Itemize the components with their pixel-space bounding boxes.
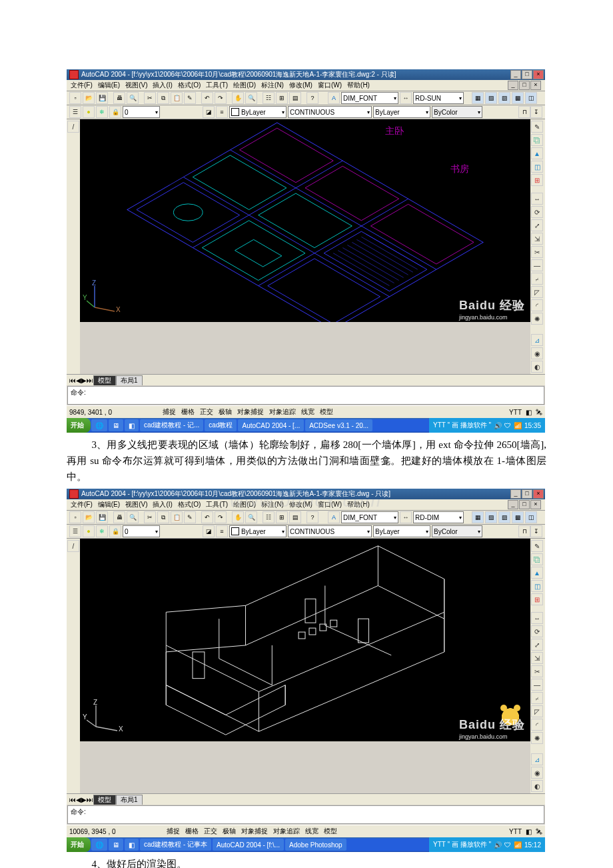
new-icon[interactable]: ▫ [69, 511, 81, 523]
tb-icon-a[interactable]: ▦ [472, 511, 484, 523]
stretch-icon[interactable]: ⇲ [531, 233, 543, 245]
ltype-icon[interactable]: ≡ [216, 106, 228, 118]
status-snap[interactable]: 捕捉 [167, 827, 180, 836]
menu-window[interactable]: 窗口(W) [318, 500, 342, 509]
designcenter-icon[interactable]: ⊞ [276, 92, 288, 104]
layer-manager-icon[interactable]: ☰ [69, 525, 81, 537]
layer-freeze-icon[interactable]: ❄ [96, 525, 108, 537]
trim-icon[interactable]: ✂ [531, 246, 543, 258]
match-icon[interactable]: ✎ [184, 511, 196, 523]
cut-icon[interactable]: ✂ [144, 511, 156, 523]
close-button[interactable]: × [533, 489, 544, 499]
chamfer-icon[interactable]: ◸ [531, 705, 543, 717]
mdi-close-button[interactable]: × [530, 500, 541, 509]
plotstyle-dropdown[interactable]: ByColor [432, 106, 482, 118]
tab-nav-last-icon[interactable]: ⏭ [87, 377, 93, 384]
menu-file[interactable]: 文件(F) [71, 500, 93, 509]
menu-modify[interactable]: 修改(M) [289, 500, 312, 509]
dim-style-icon[interactable]: ↔ [400, 92, 412, 104]
menu-file[interactable]: 文件(F) [71, 81, 93, 90]
text-style-icon[interactable]: A [328, 511, 340, 523]
preview-icon[interactable]: 🔍 [127, 92, 139, 104]
right-toolbar-icon-2[interactable]: ↧ [530, 106, 542, 118]
tray-icon-1[interactable]: 🔊 [494, 422, 502, 429]
taskbar-item-1[interactable]: cad建模教程 - 记事本 [140, 839, 211, 851]
pan-icon[interactable]: ✋ [232, 511, 244, 523]
zoom-icon[interactable]: 🔍 [245, 92, 257, 104]
start-button[interactable]: 开始 [67, 418, 91, 433]
quick-launch-icon[interactable]: ◧ [125, 839, 139, 851]
print-icon[interactable]: 🖶 [113, 511, 125, 523]
explode-icon[interactable]: ✺ [531, 313, 543, 325]
redo-icon[interactable]: ↷ [215, 511, 227, 523]
tb-icon-b[interactable]: ▧ [485, 92, 497, 104]
explode-icon[interactable]: ✺ [531, 732, 543, 744]
tb-icon-d[interactable]: ▩ [512, 511, 524, 523]
status-ortho[interactable]: 正交 [204, 827, 217, 836]
move-icon[interactable]: ↔ [531, 612, 543, 624]
text-style-dropdown[interactable]: DIM_FONT [341, 511, 398, 523]
status-model[interactable]: 模型 [324, 827, 337, 836]
menu-format[interactable]: 格式(O) [178, 500, 201, 509]
rotate-icon[interactable]: ⟳ [531, 206, 543, 218]
status-lwt[interactable]: 线宽 [301, 407, 314, 417]
tray-icon-2[interactable]: 🛡 [504, 422, 511, 429]
new-icon[interactable]: ▫ [69, 92, 81, 104]
status-polar[interactable]: 极轴 [223, 827, 236, 836]
menu-window[interactable]: 窗口(W) [318, 81, 342, 90]
status-tray-icon[interactable]: ◧ [526, 409, 532, 416]
3dorbit-icon[interactable]: ◐ [531, 361, 543, 373]
menu-view[interactable]: 视图(V) [125, 81, 147, 90]
tray-icon-3[interactable]: 📶 [514, 841, 522, 849]
color-dropdown[interactable]: ByLayer [229, 525, 287, 537]
layer-off-icon[interactable]: ● [83, 525, 95, 537]
redo-icon[interactable]: ↷ [215, 92, 227, 104]
close-button[interactable]: × [533, 70, 544, 79]
erase-icon[interactable]: ✎ [531, 121, 543, 133]
menu-edit[interactable]: 编辑(E) [98, 500, 120, 509]
plotstyle-dropdown[interactable]: ByColor [432, 525, 482, 537]
text-style-dropdown[interactable]: DIM_FONT [341, 92, 398, 104]
menu-help[interactable]: 帮助(H) [347, 500, 370, 509]
quick-launch-ie-icon[interactable]: 🌐 [91, 839, 107, 851]
tb-icon-a[interactable]: ▦ [472, 92, 484, 104]
match-icon[interactable]: ✎ [184, 92, 196, 104]
taskbar-item-3[interactable]: Adobe Photoshop [285, 839, 346, 851]
status-comm-icon[interactable]: 🛰 [536, 828, 542, 835]
help-icon[interactable]: ? [306, 511, 318, 523]
dim-style-dropdown[interactable]: RD-DIM [413, 511, 464, 523]
color-dropdown[interactable]: ByLayer [229, 106, 287, 118]
preview-icon[interactable]: 🔍 [127, 511, 139, 523]
status-otrack[interactable]: 对象追踪 [269, 407, 296, 417]
quick-launch-icon[interactable]: ◧ [125, 419, 139, 431]
tab-model[interactable]: 模型 [93, 795, 116, 805]
mirror-icon[interactable]: ▲ [531, 567, 543, 579]
undo-icon[interactable]: ↶ [201, 92, 213, 104]
tray-icon-1[interactable]: 🔊 [494, 841, 502, 849]
menu-insert[interactable]: 插入(I) [153, 81, 172, 90]
status-ortho[interactable]: 正交 [200, 407, 213, 417]
menu-draw[interactable]: 绘图(D) [233, 81, 256, 90]
properties-icon[interactable]: ☷ [263, 511, 275, 523]
tab-nav-prev-icon[interactable]: ◀ [76, 796, 81, 803]
tab-layout1[interactable]: 布局1 [116, 375, 143, 385]
minimize-button[interactable]: _ [510, 489, 521, 499]
copy-obj-icon[interactable]: ⿻ [531, 553, 543, 565]
tray-icon-3[interactable]: 📶 [514, 422, 522, 429]
fillet-icon[interactable]: ◜ [531, 299, 543, 311]
layer-lock-icon[interactable]: 🔒 [109, 106, 121, 118]
menu-edit[interactable]: 编辑(E) [98, 81, 120, 90]
offset-icon[interactable]: ◫ [531, 161, 543, 173]
tab-model[interactable]: 模型 [93, 375, 116, 385]
command-line[interactable]: 命令: [67, 386, 544, 405]
menu-dimension[interactable]: 标注(N) [261, 81, 284, 90]
status-otrack[interactable]: 对象追踪 [273, 827, 300, 836]
scale-icon[interactable]: ⤢ [531, 219, 543, 231]
paste-icon[interactable]: 📋 [171, 511, 183, 523]
mdi-minimize-button[interactable]: _ [508, 81, 518, 90]
menu-dimension[interactable]: 标注(N) [261, 500, 284, 509]
zoom-icon[interactable]: 🔍 [245, 511, 257, 523]
dim-style-dropdown[interactable]: RD-SUN [413, 92, 464, 104]
fillet-icon[interactable]: ◜ [531, 719, 543, 731]
layer-dropdown[interactable]: 0 [123, 106, 160, 118]
